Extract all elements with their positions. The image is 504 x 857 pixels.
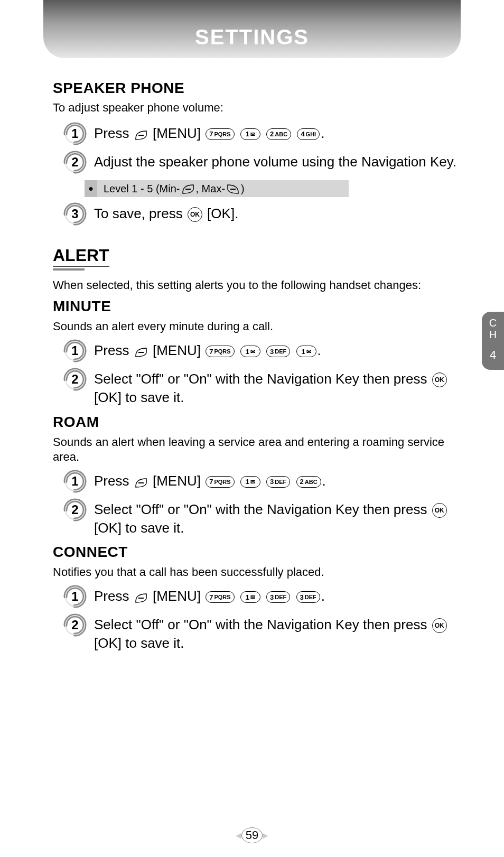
chapter-tab: C H 4 [482, 312, 504, 370]
svg-text:2: 2 [71, 618, 78, 632]
step-text: Adjust the speaker phone volume using th… [94, 153, 465, 171]
ok-key-icon: OK [188, 207, 202, 222]
roam-desc: Sounds an alert when leaving a service a… [53, 435, 465, 464]
page-content: SPEAKER PHONE To adjust speaker phone vo… [53, 77, 465, 659]
roam-step-2: 2 Select "Off" or "On" with the Navigati… [63, 500, 465, 537]
key-1-icon: 1✉ [240, 128, 260, 140]
left-softkey-icon [134, 588, 148, 607]
step-text: Press [94, 473, 129, 489]
speaker-step-3: 3 To save, press OK [OK]. [63, 204, 465, 226]
svg-text:1: 1 [71, 589, 78, 603]
connect-step-1: 1 Press [MENU] 7PQRS 1✉ 3DEF 3DEF. [63, 587, 465, 608]
svg-text:2: 2 [71, 502, 78, 517]
connect-desc: Notifies you that a call has been succes… [53, 565, 465, 580]
connect-title: CONNECT [53, 544, 465, 561]
ok-label: [OK] [94, 520, 122, 536]
step-text: Press [94, 342, 129, 358]
ok-key-icon: OK [432, 618, 447, 633]
step-text: Select "Off" or "On" with the Navigation… [94, 617, 427, 632]
key-1-icon: 1✉ [240, 591, 260, 603]
roam-step-1: 1 Press [MENU] 7PQRS 1✉ 3DEF 2ABC. [63, 472, 465, 493]
alert-title: ALERT [53, 246, 109, 267]
minute-title: MINUTE [53, 298, 465, 315]
key-7-icon: 7PQRS [206, 591, 234, 603]
menu-label: [MENU] [153, 588, 201, 604]
step-number-icon: 1 [63, 339, 87, 362]
ok-key-icon: OK [432, 503, 447, 518]
svg-text:1: 1 [71, 126, 78, 141]
left-softkey-icon [134, 125, 148, 144]
left-softkey-icon [134, 472, 148, 491]
step-number-icon: 2 [63, 151, 87, 174]
left-triangle-icon: ◀ [236, 831, 241, 840]
roam-title: ROAM [53, 414, 465, 431]
chapter-tab-c: C [482, 317, 504, 329]
speaker-step-2: 2 Adjust the speaker phone volume using … [63, 153, 465, 174]
speaker-title: SPEAKER PHONE [53, 80, 465, 97]
left-softkey-icon [181, 182, 195, 195]
note-body: Level 1 - 5 (Min- , Max- ) [97, 180, 349, 197]
title-underline [53, 268, 85, 271]
alert-desc: When selected, this setting alerts you t… [53, 278, 465, 293]
svg-text:2: 2 [71, 372, 78, 386]
key-4-icon: 4GHI [297, 128, 320, 140]
step-text-end: . [321, 125, 324, 141]
bullet-icon: ● [85, 180, 97, 197]
chapter-tab-h: H [482, 329, 504, 340]
svg-text:3: 3 [71, 207, 78, 221]
menu-label: [MENU] [153, 125, 201, 141]
key-3-icon: 3DEF [266, 476, 290, 488]
ok-label: [OK] [94, 635, 122, 651]
step-number-icon: 1 [63, 585, 87, 608]
left-softkey-icon [134, 342, 148, 361]
key-1-icon: 1✉ [296, 346, 316, 357]
ok-label: [OK] [207, 206, 235, 221]
step-number-icon: 1 [63, 470, 87, 493]
page-header: SETTINGS [43, 0, 461, 58]
svg-text:2: 2 [71, 155, 78, 169]
step-text: To save, press [94, 206, 183, 221]
page-number: ◀ 59 ▶ [0, 827, 504, 843]
svg-text:1: 1 [71, 474, 78, 488]
level-note: ● Level 1 - 5 (Min- , Max- ) [85, 180, 349, 197]
ok-key-icon: OK [432, 372, 447, 387]
step-number-icon: 1 [63, 122, 87, 145]
key-3-icon: 3DEF [296, 591, 320, 603]
key-2-icon: 2ABC [266, 128, 291, 140]
key-7-icon: 7PQRS [206, 346, 234, 357]
chapter-tab-num: 4 [482, 349, 504, 361]
key-2-icon: 2ABC [296, 476, 321, 488]
speaker-sub: To adjust speaker phone volume: [53, 101, 465, 115]
right-softkey-icon [226, 182, 240, 195]
step-number-icon: 2 [63, 613, 87, 637]
page-header-title: SETTINGS [195, 25, 309, 49]
key-1-icon: 1✉ [240, 476, 260, 488]
key-1-icon: 1✉ [240, 346, 260, 357]
key-7-icon: 7PQRS [206, 476, 234, 488]
key-7-icon: 7PQRS [206, 128, 234, 140]
right-triangle-icon: ▶ [263, 831, 268, 840]
connect-step-2: 2 Select "Off" or "On" with the Navigati… [63, 616, 465, 653]
page-number-value: 59 [241, 827, 263, 843]
ok-label: [OK] [94, 389, 122, 405]
step-text: Press [94, 125, 129, 141]
svg-text:1: 1 [71, 343, 78, 358]
step-text: Press [94, 588, 129, 604]
step-number-icon: 3 [63, 202, 87, 226]
minute-step-2: 2 Select "Off" or "On" with the Navigati… [63, 370, 465, 407]
minute-step-1: 1 Press [MENU] 7PQRS 1✉ 3DEF 1✉. [63, 341, 465, 362]
key-3-icon: 3DEF [266, 346, 290, 357]
step-number-icon: 2 [63, 498, 87, 521]
step-text: Select "Off" or "On" with the Navigation… [94, 371, 427, 387]
menu-label: [MENU] [153, 473, 201, 489]
step-text: Select "Off" or "On" with the Navigation… [94, 501, 427, 517]
key-3-icon: 3DEF [266, 591, 290, 603]
minute-desc: Sounds an alert every minute during a ca… [53, 319, 465, 334]
menu-label: [MENU] [153, 342, 201, 358]
step-number-icon: 2 [63, 368, 87, 391]
speaker-step-1: 1 Press [MENU] 7PQRS 1✉ 2ABC 4GHI. [63, 124, 465, 145]
